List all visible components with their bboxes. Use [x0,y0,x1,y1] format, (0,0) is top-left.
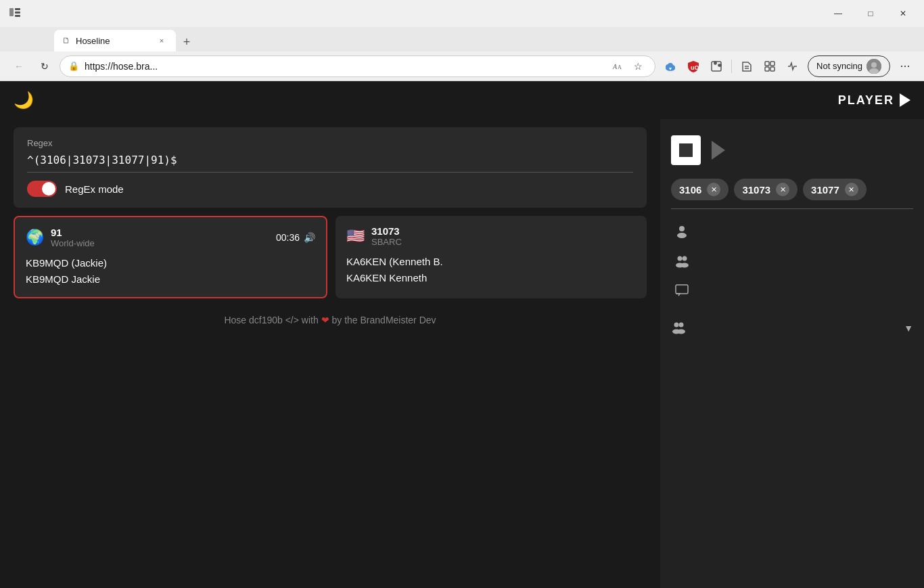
card-91-header: 🌍 91 World-wide 00:36 🔊 [26,227,315,248]
cloud-icon[interactable] [660,55,681,77]
channel-tags: 3106 ✕ 31073 ✕ 31077 ✕ [671,179,913,200]
main-content: Regex RegEx mode 🌍 [0,119,924,588]
card-31073-info: 31073 SBARC [371,225,402,247]
svg-point-9 [668,63,673,68]
card-31073: 🇺🇸 31073 SBARC KA6KEN (Kenneth B. KA6KEN… [336,216,647,298]
card-31073-header-left: 🇺🇸 31073 SBARC [346,225,402,247]
window-controls: — □ ✕ [823,3,919,24]
card-31073-subtitle: SBARC [371,237,402,247]
speaker-icon: 🔊 [304,232,315,243]
cards-row: 🌍 91 World-wide 00:36 🔊 [14,216,647,298]
maximize-button[interactable]: □ [855,3,886,24]
tab-close-button[interactable]: × [156,35,168,47]
footer: Hose dcf190b </> with ❤ by the BrandMeis… [14,307,647,334]
tag-31073-label: 31073 [742,184,770,196]
card-31073-line2: KA6KEN Kenneth [346,270,636,286]
card-91-subtitle: World-wide [51,238,95,248]
toolbar-icons: uO [660,55,804,77]
svg-point-26 [678,256,683,261]
app-header: 🌙 PLAYER [0,81,924,119]
svg-point-23 [869,68,879,74]
card-31073-id: 31073 [371,225,402,237]
nav-bar: ← ↻ 🔒 https://hose.bra... A A ☆ [0,51,924,81]
more-options-button[interactable]: ··· [894,55,916,77]
new-tab-button[interactable]: + [177,32,196,51]
svg-text:A: A [612,63,618,70]
sync-button[interactable]: Not syncing [808,55,890,77]
title-bar-left [5,4,24,23]
svg-rect-0 [9,8,14,16]
card-91: 🌍 91 World-wide 00:36 🔊 [14,216,327,298]
regex-mode-label: RegEx mode [65,183,124,195]
channel-tag-31077: 31077 ✕ [803,179,867,200]
tab-hoseline[interactable]: 🗋 Hoseline × [54,30,176,51]
person-icon-button[interactable] [671,220,693,242]
shield-icon[interactable]: uO [683,55,704,77]
card-91-info: 91 World-wide [51,227,95,248]
group-icon-button[interactable] [671,250,693,271]
card-31073-header: 🇺🇸 31073 SBARC [346,225,636,247]
flag-icon: 🇺🇸 [346,227,365,245]
sync-label: Not syncing [816,61,862,71]
collections-icon[interactable] [759,55,781,77]
favorites-icon[interactable]: ☆ [629,58,647,75]
panel-icons [671,217,913,304]
extensions-icon[interactable] [706,55,727,77]
svg-text:A: A [618,64,622,70]
svg-rect-3 [15,15,20,17]
group-dropdown[interactable]: ▼ [691,317,913,339]
svg-text:uO: uO [691,64,699,71]
regex-label: Regex [27,138,633,148]
reading-list-icon[interactable] [736,55,758,77]
svg-point-24 [679,226,685,231]
card-91-id: 91 [51,227,95,238]
svg-point-34 [677,329,685,334]
svg-point-22 [871,62,877,68]
player-button[interactable]: PLAYER [838,93,910,108]
chat-icon-button[interactable] [671,279,693,301]
footer-heart: ❤ [321,315,329,325]
regex-input[interactable] [27,154,633,173]
regex-mode-row: RegEx mode [27,181,633,197]
tag-3106-close[interactable]: ✕ [707,183,720,196]
moon-icon: 🌙 [14,91,34,110]
lock-icon: 🔒 [68,61,79,71]
close-button[interactable]: ✕ [887,3,919,24]
svg-point-27 [683,256,687,261]
toggle-knob [42,182,55,196]
sync-avatar [867,59,881,74]
tag-31077-close[interactable]: ✕ [845,183,858,196]
translate-icon[interactable]: A A [609,58,626,75]
stop-button[interactable] [671,135,701,165]
play-button[interactable] [712,141,725,160]
left-panel: Regex RegEx mode 🌍 [0,119,660,588]
address-bar[interactable]: 🔒 https://hose.bra... A A ☆ [60,55,655,77]
address-bar-icons: A A ☆ [609,58,647,75]
globe-icon: 🌍 [26,229,44,246]
page-content: 🌙 PLAYER Regex RegEx mode [0,81,924,588]
timer-value: 00:36 [276,232,300,243]
minimize-button[interactable]: — [823,3,854,24]
svg-rect-2 [15,12,20,14]
play-triangle-icon [900,93,910,107]
svg-point-25 [677,233,687,238]
group-select-icon [671,319,686,338]
card-31073-line1: KA6KEN (Kenneth B. [346,254,636,270]
regex-mode-toggle[interactable] [27,181,57,197]
svg-rect-1 [15,8,20,10]
title-bar: — □ ✕ [0,0,924,27]
regex-section: Regex RegEx mode [14,127,647,208]
card-91-line2: KB9MQD Jackie [26,271,315,288]
back-button[interactable]: ← [8,55,30,77]
health-icon[interactable] [782,55,804,77]
tab-page-icon: 🗋 [62,36,70,45]
refresh-button[interactable]: ↻ [34,55,55,77]
tag-3106-label: 3106 [679,184,701,196]
tag-31073-close[interactable]: ✕ [776,183,789,196]
sidebar-toggle-button[interactable] [5,4,24,23]
svg-rect-30 [676,285,688,294]
dropdown-arrow-icon: ▼ [904,323,913,334]
address-text: https://hose.bra... [85,61,603,72]
svg-rect-17 [765,62,769,66]
right-panel: 3106 ✕ 31073 ✕ 31077 ✕ [660,119,924,588]
